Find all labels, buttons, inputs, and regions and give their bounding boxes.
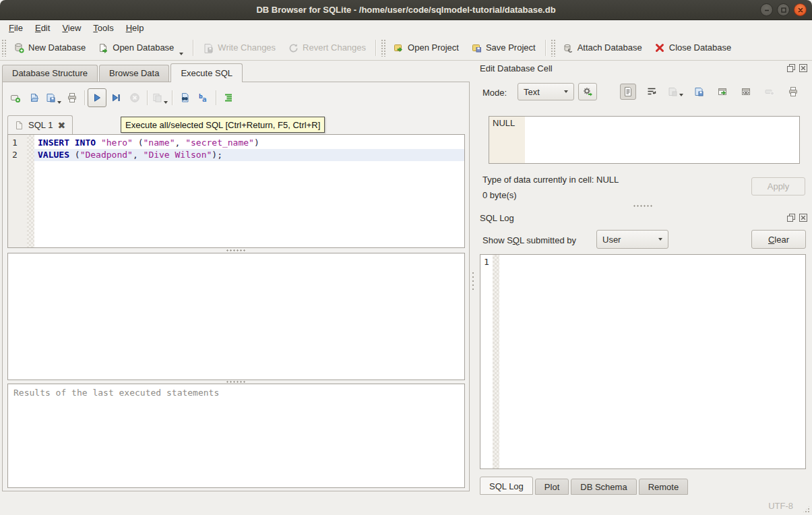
mode-select-caret (564, 90, 568, 93)
tab-execute-sql[interactable]: Execute SQL (170, 63, 243, 82)
tab-browse-data[interactable]: Browse Data (99, 65, 169, 82)
encoding-indicator[interactable]: UTF-8 (768, 501, 793, 511)
save-results-icon (152, 92, 162, 103)
status-bar: UTF-8 (0, 499, 812, 515)
tab-db-schema[interactable]: DB Schema (571, 479, 636, 495)
tab-remote[interactable]: Remote (639, 479, 689, 495)
new-database-button[interactable]: New Database (7, 38, 92, 58)
open-database-dropdown-caret[interactable] (179, 53, 183, 55)
menu-help[interactable]: Help (120, 22, 150, 34)
cell-null-indicator: NULL (489, 117, 525, 163)
sql-log-view[interactable]: 1 (480, 254, 806, 469)
menu-file[interactable]: File (3, 22, 29, 34)
save-sql-file-button[interactable] (44, 88, 63, 107)
mode-value: Text (524, 87, 559, 97)
log-content (499, 255, 805, 468)
cell-size-info: 0 byte(s) (482, 189, 517, 201)
print-sql-icon (67, 92, 77, 103)
mode-settings-button[interactable] (578, 83, 597, 100)
menu-view[interactable]: View (56, 22, 87, 34)
minimize-button[interactable] (760, 3, 773, 16)
sql-code-editor[interactable]: 1 2 INSERT INTO "hero" ("name", "secret_… (7, 134, 465, 248)
print-cell-button[interactable] (785, 84, 801, 100)
titlebar: DB Browser for SQLite - /home/user/code/… (0, 0, 812, 20)
main-tab-bar: Database Structure Browse Data Execute S… (2, 63, 244, 82)
resize-grip[interactable] (802, 505, 811, 514)
execute-sql-button[interactable] (88, 88, 106, 107)
toolbar-separator (193, 40, 193, 56)
results-grid-pane[interactable] (7, 253, 465, 380)
toggle-case-button[interactable]: ba (194, 88, 213, 107)
save-project-button[interactable]: Save Project (465, 38, 542, 58)
line-number: 2 (8, 149, 27, 161)
edit-cell-dock-title: Edit Database Cell (480, 62, 553, 74)
mode-select[interactable]: Text (518, 83, 574, 100)
write-changes-icon (203, 42, 214, 53)
open-sql-file-button[interactable] (25, 88, 44, 107)
cell-editor-toolbar (620, 84, 801, 100)
execute-current-line-button[interactable] (106, 88, 125, 107)
stop-execution-icon (129, 92, 140, 103)
write-changes-label: Write Changes (218, 42, 276, 53)
gear-icon (582, 86, 593, 97)
open-project-button[interactable]: Open Project (387, 38, 465, 58)
find-in-sql-button[interactable] (175, 88, 194, 107)
export-cell-data-button[interactable] (691, 84, 707, 100)
sql-document-icon (15, 121, 24, 130)
edit-cell-dock-buttons (786, 63, 808, 73)
sql-log-filter-select[interactable]: User (596, 230, 668, 249)
menu-edit[interactable]: Edit (29, 22, 56, 34)
text-document-icon (623, 86, 633, 97)
print-sql-button[interactable] (63, 88, 82, 107)
import-icon (667, 86, 678, 97)
text-mode-button[interactable] (620, 84, 636, 100)
tab-sql-log[interactable]: SQL Log (480, 477, 533, 495)
attach-database-label: Attach Database (577, 42, 642, 53)
tab-database-structure[interactable]: Database Structure (2, 65, 98, 82)
save-sql-file-icon (45, 92, 56, 103)
close-dock-button[interactable] (798, 63, 808, 73)
menu-tools[interactable]: Tools (87, 22, 119, 34)
word-wrap-button[interactable] (644, 84, 660, 100)
sql-log-filter-caret (658, 238, 662, 241)
format-sql-button[interactable] (219, 88, 238, 107)
cell-edit-area[interactable] (525, 117, 799, 163)
open-url-button[interactable] (738, 84, 754, 100)
toolbar-separator (545, 40, 546, 56)
open-database-button[interactable]: Open Database (92, 38, 189, 58)
close-database-button[interactable]: Close Database (648, 38, 738, 58)
open-in-external-app-button[interactable] (714, 84, 730, 100)
attach-database-button[interactable]: Attach Database (557, 38, 648, 58)
close-sql-tab-icon[interactable]: ✖ (57, 120, 65, 131)
import-cell-data-button (667, 84, 683, 100)
open-database-label: Open Database (113, 42, 174, 53)
clear-log-button[interactable]: Clear (751, 230, 806, 249)
float-dock-button[interactable] (786, 63, 796, 73)
execution-messages-pane[interactable]: Results of the last executed statements (7, 384, 465, 488)
new-sql-tab-button[interactable] (6, 88, 25, 107)
close-dock-button[interactable] (798, 212, 808, 222)
tab-plot[interactable]: Plot (535, 479, 569, 495)
link-icon (741, 86, 751, 97)
window-controls (760, 3, 807, 16)
dock-h-splitter[interactable] (473, 204, 812, 208)
find-in-sql-icon (179, 92, 190, 103)
save-sql-dropdown-caret[interactable] (57, 101, 61, 104)
close-icon (797, 7, 804, 13)
sql-log-dock-title: SQL Log (480, 212, 514, 224)
sql-editor-tab[interactable]: SQL 1 ✖ (7, 115, 73, 134)
log-fold-margin (493, 255, 499, 468)
close-button[interactable] (794, 3, 807, 16)
editor-results-splitter[interactable] (3, 248, 469, 252)
new-sql-tab-icon (10, 92, 21, 103)
right-dock-area: Edit Database Cell Mode: Text NULL (473, 61, 812, 499)
toolbar-grip[interactable] (1, 39, 6, 57)
open-sql-file-icon (29, 92, 40, 103)
float-dock-button[interactable] (786, 212, 796, 222)
toolbar-grip[interactable] (551, 39, 555, 57)
fold-margin (27, 135, 34, 247)
open-project-label: Open Project (408, 42, 459, 53)
cell-value-editor[interactable]: NULL (489, 116, 800, 164)
maximize-button[interactable] (777, 3, 790, 16)
toolbar-grip[interactable] (381, 39, 385, 57)
